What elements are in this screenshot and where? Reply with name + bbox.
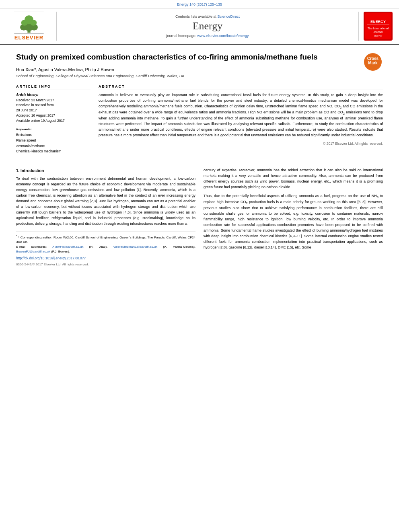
intro-para1: To deal with the contradiction between e… [16, 176, 195, 226]
svg-point-6 [30, 20, 37, 26]
journal-name: Energy [193, 20, 223, 32]
keyword-ammonia-methane: Ammonia/methane [16, 144, 90, 149]
article-title: Study on premixed combustion characteris… [16, 52, 383, 62]
citation-text: Energy 140 (2017) 125–135 [177, 2, 222, 6]
email1-link[interactable]: XiaoH4@cardiff.ac.uk [52, 245, 83, 249]
elsevier-brand: ELSEVIER [14, 35, 43, 41]
elsevier-logo: ELSEVIER [5, 12, 53, 41]
email3-link[interactable]: BowenPJ@cardiff.ac.uk [16, 250, 50, 253]
keyword-flame-speed: Flame speed [16, 138, 90, 144]
svg-text:The International: The International [368, 27, 389, 30]
elsevier-tree-icon [13, 12, 45, 34]
received-revised-label: Received in revised form [16, 103, 90, 108]
keywords-section: Keywords: Emissions Flame speed Ammonia/… [16, 127, 90, 154]
energy-logo-box: ENERGY The International Journal elsevie… [362, 12, 394, 41]
svg-rect-12 [367, 25, 389, 25]
abstract: ABSTRACT Ammonia is believed to eventual… [99, 84, 383, 154]
homepage-url[interactable]: www.elsevier.com/locate/energy [197, 34, 249, 38]
svg-point-5 [21, 20, 28, 26]
svg-text:Mark: Mark [368, 61, 378, 65]
journal-header: ELSEVIER Contents lists available at Sci… [0, 8, 399, 45]
crossmark-icon: Cross Mark [363, 52, 383, 72]
article-info-title: ARTICLE INFO [16, 84, 90, 90]
article-info-abstract: ARTICLE INFO Article history: Received 2… [16, 84, 383, 154]
svg-text:elsevier: elsevier [374, 35, 383, 37]
journal-citation: Energy 140 (2017) 125–135 [0, 0, 399, 8]
copyright: © 2017 Elsevier Ltd. All rights reserved… [99, 142, 383, 146]
email-footnote: E-mail addresses: XiaoH4@cardiff.ac.uk (… [16, 244, 195, 254]
keyword-chemical-kinetics: Chemical-kinetics mechanism [16, 149, 90, 154]
accepted-date: Accepted 16 August 2017 [16, 113, 90, 118]
intro-para2: century of expertise. Moreover, ammonia … [204, 168, 383, 190]
body-col-right: century of expertise. Moreover, ammonia … [204, 168, 383, 267]
svg-text:ENERGY: ENERGY [370, 20, 386, 24]
svg-text:Cross: Cross [367, 56, 379, 61]
revised-date: 28 June 2017 [16, 108, 90, 113]
sciencedirect-link[interactable]: ScienceDirect [218, 14, 240, 18]
keywords-title: Keywords: [16, 127, 90, 131]
main-content: Study on premixed combustion characteris… [0, 45, 399, 274]
intro-heading: 1. Introduction [16, 168, 195, 174]
authors: Hua Xiao*, Agustin Valera-Medina, Philip… [16, 67, 383, 72]
received-date: Received 23 March 2017 [16, 98, 90, 103]
footnotes: * * Corresponding author. Room W/2.06, C… [16, 232, 195, 267]
section-divider [16, 161, 383, 161]
abstract-text: Ammonia is believed to eventually play a… [99, 92, 383, 138]
history-title: Article history: [16, 92, 90, 97]
journal-center: Contents lists available at ScienceDirec… [56, 12, 359, 41]
available-date: Available online 19 August 2017 [16, 118, 90, 123]
keyword-emissions: Emissions [16, 132, 90, 138]
article-info: ARTICLE INFO Article history: Received 2… [16, 84, 90, 154]
contents-line: Contents lists available at ScienceDirec… [175, 14, 240, 18]
svg-text:Journal: Journal [374, 31, 383, 33]
affiliation: School of Engineering, College of Physic… [16, 74, 383, 78]
intro-para3: Thus, due to the potentially beneficial … [204, 193, 383, 251]
issn-line: 0360-5442/© 2017 Elsevier Ltd. All right… [16, 262, 195, 267]
email2-link[interactable]: ValeraMedinaA1@cardiff.ac.uk [113, 245, 158, 249]
body-col-left: 1. Introduction To deal with the contrad… [16, 168, 195, 267]
abstract-title: ABSTRACT [99, 84, 383, 90]
body-content: 1. Introduction To deal with the contrad… [16, 168, 383, 267]
doi-link[interactable]: http://dx.doi.org/10.1016/j.energy.2017.… [16, 256, 195, 261]
corresponding-author-note: * * Corresponding author. Room W/2.06, C… [16, 234, 195, 245]
homepage-line: journal homepage: www.elsevier.com/locat… [166, 34, 249, 38]
energy-logo-icon: ENERGY The International Journal elsevie… [364, 12, 393, 41]
